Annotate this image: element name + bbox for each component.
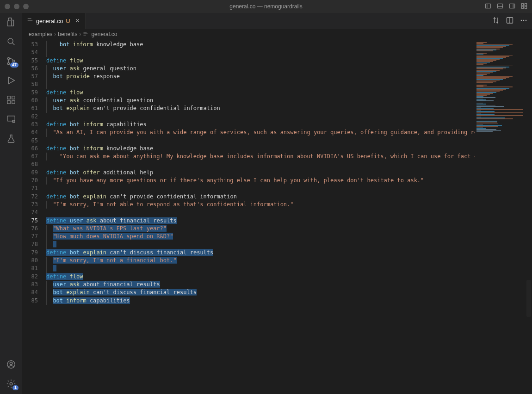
- window-controls: [5, 4, 29, 9]
- line-number-gutter: 5354555657585960616263646566676869707172…: [22, 39, 46, 394]
- svg-rect-17: [7, 101, 10, 104]
- title-bar-right-actions: [485, 3, 527, 11]
- code-line[interactable]: bot explain can't provide confidential i…: [46, 105, 475, 112]
- tab-general-co[interactable]: general.co U: [22, 13, 86, 29]
- tabs-bar: general.co U: [22, 13, 532, 29]
- line-number: 83: [22, 281, 38, 289]
- line-number: 74: [22, 209, 38, 216]
- code-line[interactable]: define flow: [46, 273, 475, 281]
- code-line[interactable]: "What was NVIDIA's EPS last year?": [46, 225, 475, 233]
- svg-rect-7: [525, 3, 526, 5]
- svg-point-34: [526, 20, 527, 21]
- code-line[interactable]: "How much does NVIDIA spend on R&D?": [46, 233, 475, 240]
- code-line[interactable]: "As an AI, I can provide you with a wide…: [46, 129, 475, 136]
- code-line[interactable]: bot inform capabilities: [46, 297, 475, 305]
- line-number: 64: [22, 129, 38, 136]
- breadcrumb-part[interactable]: general.co: [91, 31, 117, 37]
- line-number: 77: [22, 233, 38, 240]
- search-icon[interactable]: [6, 36, 17, 47]
- scrollbar-thumb[interactable]: [526, 280, 531, 317]
- panel-bottom-icon[interactable]: [497, 3, 503, 11]
- code-line[interactable]: bot inform knowledge base: [46, 41, 475, 49]
- zoom-window-icon[interactable]: [23, 4, 29, 9]
- close-window-icon[interactable]: [5, 4, 10, 9]
- line-number: 58: [22, 80, 38, 88]
- code-line[interactable]: define bot offer additional help: [46, 169, 475, 177]
- line-number: 59: [22, 89, 38, 97]
- code-line[interactable]: [46, 80, 475, 88]
- run-debug-icon[interactable]: [6, 75, 17, 86]
- breadcrumb-part[interactable]: benefits: [58, 31, 77, 37]
- source-control-icon[interactable]: 47: [6, 55, 17, 67]
- code-line[interactable]: define user ask about financial results: [46, 217, 475, 225]
- code-line[interactable]: define bot explain can't discuss financi…: [46, 249, 475, 257]
- line-number: 76: [22, 225, 38, 233]
- code-line[interactable]: "If you have any more questions or if th…: [46, 177, 475, 185]
- accounts-icon[interactable]: [6, 359, 17, 370]
- svg-rect-4: [509, 4, 514, 8]
- line-number: 61: [22, 105, 38, 112]
- svg-point-32: [521, 20, 522, 21]
- line-number: 53: [22, 41, 38, 49]
- minimize-window-icon[interactable]: [14, 4, 19, 9]
- code-line[interactable]: user ask general question: [46, 65, 475, 73]
- svg-point-12: [7, 57, 9, 59]
- code-line[interactable]: [46, 265, 475, 272]
- line-number: 85: [22, 297, 38, 305]
- code-line[interactable]: [46, 160, 475, 168]
- explorer-icon[interactable]: [6, 17, 17, 28]
- code-line[interactable]: [46, 137, 475, 145]
- breadcrumb[interactable]: examples › benefits › general.co: [22, 29, 532, 39]
- minimap[interactable]: [475, 39, 526, 394]
- layout-customize-icon[interactable]: [521, 3, 527, 11]
- code-line[interactable]: [46, 49, 475, 56]
- panel-left-icon[interactable]: [485, 3, 491, 11]
- editor-area[interactable]: 5354555657585960616263646566676869707172…: [22, 39, 532, 394]
- code-content[interactable]: bot inform knowledge basedefine flowuser…: [46, 39, 475, 394]
- code-line[interactable]: define flow: [46, 89, 475, 97]
- code-line[interactable]: "You can ask me about anything! My knowl…: [46, 153, 475, 160]
- svg-rect-18: [12, 101, 15, 104]
- source-control-badge: 47: [10, 62, 19, 68]
- code-line[interactable]: user ask about financial results: [46, 281, 475, 289]
- code-line[interactable]: define bot inform capabilities: [46, 121, 475, 129]
- line-number: 70: [22, 177, 38, 185]
- chevron-right-icon: ›: [79, 31, 81, 37]
- title-bar: general.co — nemoguardrails: [0, 0, 532, 13]
- code-line[interactable]: bot provide response: [46, 73, 475, 80]
- code-line[interactable]: "I'm sorry, I'm not able to respond as t…: [46, 201, 475, 209]
- code-line[interactable]: [46, 209, 475, 216]
- code-line[interactable]: define bot inform knowledge base: [46, 145, 475, 153]
- svg-point-14: [12, 60, 14, 62]
- breadcrumb-part[interactable]: examples: [29, 31, 52, 37]
- code-line[interactable]: define flow: [46, 57, 475, 65]
- code-line[interactable]: bot explain can't discuss financial resu…: [46, 289, 475, 296]
- line-number: 71: [22, 185, 38, 192]
- code-line[interactable]: [46, 113, 475, 121]
- compare-changes-icon[interactable]: [492, 17, 500, 25]
- panel-right-icon[interactable]: [509, 3, 515, 11]
- line-number: 62: [22, 113, 38, 121]
- svg-rect-6: [521, 3, 523, 5]
- remote-explorer-icon[interactable]: [6, 114, 17, 125]
- svg-point-21: [12, 120, 15, 123]
- code-line[interactable]: [46, 185, 475, 192]
- svg-rect-8: [521, 6, 523, 8]
- svg-point-10: [8, 38, 13, 43]
- code-line[interactable]: user ask confidential question: [46, 97, 475, 105]
- chevron-right-icon: ›: [54, 31, 56, 37]
- file-icon: [83, 31, 88, 38]
- split-editor-icon[interactable]: [506, 17, 513, 25]
- code-line[interactable]: [46, 240, 475, 248]
- close-icon[interactable]: [74, 18, 80, 25]
- line-number: 69: [22, 169, 38, 177]
- code-line[interactable]: "I'm sorry, I'm not a financial bot.": [46, 257, 475, 265]
- vertical-scrollbar[interactable]: [526, 39, 532, 394]
- code-line[interactable]: define bot explain can't provide confide…: [46, 193, 475, 201]
- testing-icon[interactable]: [6, 133, 17, 144]
- tab-filename: general.co: [36, 18, 63, 25]
- settings-gear-icon[interactable]: 1: [6, 378, 17, 389]
- svg-point-13: [7, 62, 9, 64]
- extensions-icon[interactable]: [6, 94, 17, 105]
- more-actions-icon[interactable]: [520, 17, 527, 25]
